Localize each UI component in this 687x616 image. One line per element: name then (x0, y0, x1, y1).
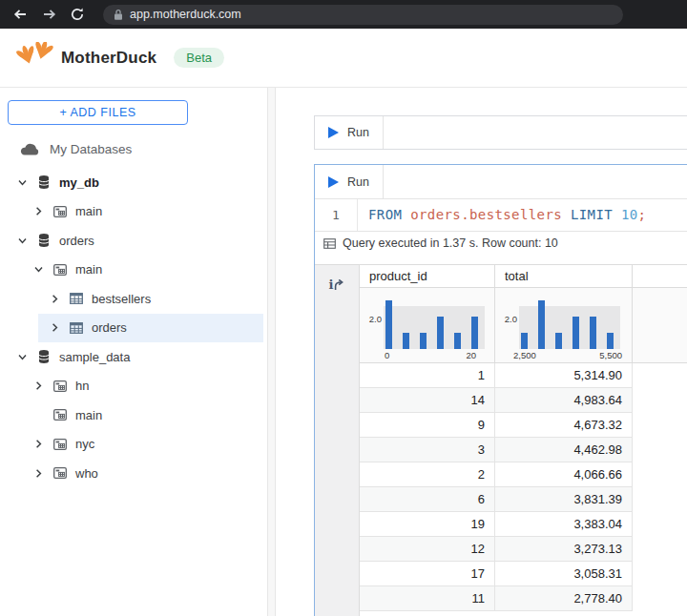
refresh-icon (70, 7, 85, 22)
refresh-button[interactable] (67, 4, 88, 25)
chevron-down-icon[interactable] (17, 236, 29, 246)
cell-total: 3,831.39 (495, 487, 633, 512)
schema-icon (52, 204, 68, 219)
histogram-row: 2.0020 2.02,5005,500 (360, 288, 687, 363)
tree-item-hn[interactable]: hn (0, 372, 267, 401)
chevron-down-icon[interactable] (17, 177, 29, 188)
chevron-down-icon[interactable] (17, 352, 29, 362)
back-arrow-icon (12, 7, 29, 22)
column-header-total[interactable]: total (495, 265, 633, 288)
run-button-cell1[interactable]: Run (315, 116, 384, 149)
tree-item-sample_data[interactable]: sample_data (0, 342, 267, 372)
table-row[interactable]: 15,314.90 (360, 363, 687, 388)
cell-total: 2,778.40 (495, 586, 633, 611)
schema-icon (52, 407, 68, 422)
table-row[interactable]: 112,778.40 (360, 586, 687, 611)
table-row[interactable]: 34,462.98 (360, 438, 687, 462)
chevron-right-icon[interactable] (33, 439, 45, 449)
schema-icon (52, 465, 68, 481)
cell-product-id: 14 (360, 388, 495, 413)
cell-total: 5,314.90 (495, 363, 633, 388)
sql-editor[interactable]: 1 FROM orders.bestsellers LIMIT 10; (315, 199, 687, 232)
histogram-bar (555, 333, 562, 349)
histogram-xmin: 0 (385, 350, 389, 360)
histogram-xmin: 2,500 (513, 350, 536, 360)
cell-total: 4,673.32 (495, 413, 633, 438)
results-table: i product_id total 2.0020 (315, 264, 687, 616)
table-row[interactable]: 173,058.31 (360, 562, 687, 586)
chevron-right-icon[interactable] (50, 294, 61, 304)
histogram-plot (384, 296, 485, 349)
schema-icon (52, 262, 68, 277)
cell-product-id: 11 (360, 586, 495, 611)
table-row[interactable]: 24,066.66 (360, 462, 687, 487)
chevron-right-icon[interactable] (50, 322, 61, 333)
cell-product-id: 1 (360, 363, 495, 388)
tree-item-label: my_db (59, 175, 99, 190)
histogram-bar (437, 317, 444, 349)
table-row[interactable]: 94,673.32 (360, 413, 687, 438)
tree-item-who[interactable]: who (0, 459, 267, 488)
cell-total: 3,273.13 (495, 537, 633, 562)
tree-item-label: nyc (75, 437, 94, 451)
column-explorer-toggle-icon[interactable]: i (329, 274, 345, 291)
cell-product-id: 9 (360, 413, 495, 438)
table-icon (69, 320, 84, 336)
add-files-button[interactable]: + ADD FILES (8, 100, 188, 125)
play-icon (328, 176, 339, 188)
database-tree: my_dbmainordersmainbestsellersorderssamp… (0, 168, 267, 488)
chevron-right-icon[interactable] (33, 206, 45, 216)
histogram-ylabel: 2.0 (502, 314, 517, 349)
cell-product-id: 3 (360, 438, 495, 462)
play-icon (328, 127, 339, 138)
chevron-right-icon[interactable] (33, 468, 45, 479)
results-header-row: product_id total (360, 265, 687, 288)
run-label: Run (347, 126, 369, 139)
beta-badge: Beta (174, 48, 224, 68)
tree-item-label: sample_data (59, 350, 130, 364)
sidebar: + ADD FILES My Databases my_dbmainorders… (0, 88, 267, 616)
table-row[interactable]: 63,831.39 (360, 487, 687, 512)
tree-item-main[interactable]: main (0, 400, 267, 430)
notebook-area: Run Run 1 FROM orders.bestsellers LIMIT … (276, 88, 687, 616)
back-button[interactable] (10, 4, 31, 25)
cell-product-id: 17 (360, 562, 495, 586)
header-filler (633, 265, 687, 288)
schema-icon (52, 379, 68, 394)
tree-item-orders[interactable]: orders (0, 314, 267, 343)
tree-item-label: main (75, 204, 102, 218)
query-cell-empty: Run (314, 115, 687, 150)
database-icon (36, 349, 52, 364)
tree-item-orders[interactable]: orders (0, 226, 267, 256)
column-header-product-id[interactable]: product_id (360, 265, 495, 288)
results-grid-icon (323, 238, 336, 249)
table-row[interactable]: 193,383.04 (360, 512, 687, 537)
lock-icon (114, 9, 123, 21)
histogram-bar (607, 333, 614, 349)
sidebar-scrollbar[interactable] (267, 88, 276, 616)
tree-item-my_db[interactable]: my_db (0, 168, 267, 197)
results-grid: product_id total 2.0020 2.02,5005,500 15… (360, 265, 687, 616)
run-button-cell2[interactable]: Run (315, 165, 384, 198)
tree-item-bestsellers[interactable]: bestsellers (0, 284, 267, 314)
table-row[interactable]: 123,273.13 (360, 537, 687, 562)
tree-item-main[interactable]: main (0, 256, 267, 285)
tree-item-label: orders (59, 234, 94, 248)
address-bar[interactable]: app.motherduck.com (103, 5, 623, 25)
chevron-right-icon[interactable] (33, 380, 45, 391)
tree-item-main[interactable]: main (0, 197, 267, 227)
forward-button[interactable] (38, 4, 59, 25)
tree-item-nyc[interactable]: nyc (0, 430, 267, 460)
schema-icon (52, 437, 68, 452)
histogram-xmax: 5,500 (599, 350, 622, 360)
app-header: MotherDuck Beta (0, 29, 687, 88)
tree-item-label: bestsellers (92, 292, 151, 306)
cloud-icon (19, 141, 40, 156)
query-cell-active: Run 1 FROM orders.bestsellers LIMIT 10; … (314, 164, 687, 616)
histogram-bar (521, 333, 528, 349)
tree-item-label: main (75, 408, 102, 422)
chevron-down-icon[interactable] (33, 264, 45, 275)
browser-chrome: app.motherduck.com (0, 0, 687, 29)
query-status-bar: Query executed in 1.37 s. Row count: 10 (315, 232, 687, 255)
table-row[interactable]: 144,983.64 (360, 388, 687, 413)
